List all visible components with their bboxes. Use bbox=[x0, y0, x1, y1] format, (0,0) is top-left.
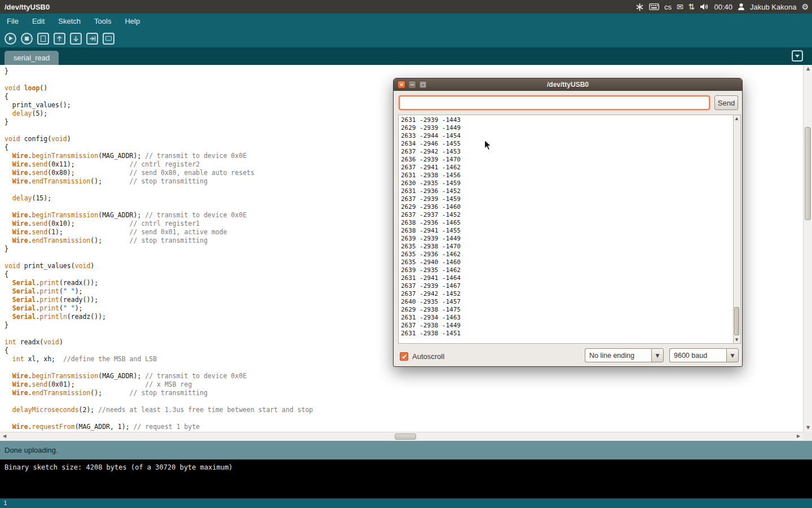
close-button[interactable]: × bbox=[398, 81, 405, 89]
serial-line: 2634 -2946 -1455 bbox=[401, 140, 731, 148]
upload-button[interactable] bbox=[86, 33, 98, 45]
arrow-up-icon bbox=[56, 36, 63, 42]
serial-line: 2638 -2936 -1465 bbox=[401, 219, 731, 227]
tab-serial-read[interactable]: serial_read bbox=[5, 51, 59, 65]
volume-icon[interactable] bbox=[700, 0, 709, 14]
scroll-up-icon[interactable]: ▲ bbox=[734, 115, 740, 122]
new-sketch-button[interactable] bbox=[37, 33, 49, 45]
autoscroll-checkbox[interactable] bbox=[400, 352, 408, 361]
chevron-down-icon[interactable]: ▼ bbox=[651, 348, 664, 362]
indicator-sparkle-icon[interactable] bbox=[636, 0, 644, 14]
serial-line: 2630 -2935 -1459 bbox=[401, 179, 731, 187]
serial-line: 2631 -2938 -1456 bbox=[401, 172, 731, 179]
serial-line: 2629 -2939 -1449 bbox=[401, 124, 731, 132]
serial-line: 2629 -2938 -1475 bbox=[401, 306, 731, 314]
panel-window-title: /dev/ttyUSB0 bbox=[5, 3, 50, 11]
scroll-up-icon[interactable]: ▲ bbox=[804, 65, 812, 73]
code-area: } void loop(){ print_values(); delay(5);… bbox=[5, 67, 313, 431]
toolbar bbox=[0, 29, 812, 47]
gear-icon[interactable]: ⚙ bbox=[801, 0, 809, 14]
scroll-down-icon[interactable]: ▼ bbox=[804, 424, 812, 432]
new-file-icon bbox=[41, 36, 46, 42]
baud-rate-value: 9600 baud bbox=[669, 348, 726, 362]
clock[interactable]: 00:40 bbox=[714, 3, 732, 11]
mail-icon[interactable]: ✉ bbox=[677, 0, 683, 14]
scroll-right-icon[interactable]: ▶ bbox=[794, 432, 803, 440]
autoscroll-label: Autoscroll bbox=[412, 352, 444, 361]
open-button[interactable] bbox=[54, 33, 65, 45]
chevron-down-icon[interactable]: ▼ bbox=[726, 348, 739, 362]
editor-horizontal-scrollbar[interactable]: ◀ ▶ bbox=[0, 432, 803, 441]
keyboard-layout-label[interactable]: cs bbox=[664, 3, 672, 11]
serial-output[interactable]: 2631 -2939 -14432629 -2939 -14492633 -29… bbox=[398, 115, 734, 344]
line-ending-select[interactable]: No line ending ▼ bbox=[585, 348, 664, 362]
console-output: Binary sketch size: 4208 bytes (of a 307… bbox=[0, 459, 812, 498]
serial-line: 2637 -2942 -1452 bbox=[401, 290, 731, 298]
serial-line: 2639 -2939 -1449 bbox=[401, 235, 731, 243]
vertical-scroll-thumb[interactable] bbox=[805, 127, 811, 220]
line-number-strip: 1 bbox=[0, 498, 812, 508]
top-panel: /dev/ttyUSB0 cs ✉ ⇅ 00:40 Jakub Kakona ⚙ bbox=[0, 0, 812, 14]
user-icon bbox=[738, 0, 745, 14]
system-tray: cs ✉ ⇅ 00:40 Jakub Kakona ⚙ bbox=[636, 0, 809, 14]
serial-line: 2637 -2942 -1453 bbox=[401, 148, 731, 156]
horizontal-scroll-thumb[interactable] bbox=[395, 433, 416, 440]
menu-tools[interactable]: Tools bbox=[87, 14, 118, 29]
line-number: 1 bbox=[3, 500, 7, 507]
menu-edit[interactable]: Edit bbox=[25, 14, 51, 29]
status-message: Done uploading. bbox=[5, 446, 58, 454]
serial-line: 2636 -2939 -1470 bbox=[401, 156, 731, 164]
stop-icon bbox=[25, 37, 29, 41]
window-controls: × − □ bbox=[398, 81, 427, 89]
serial-line: 2637 -2941 -1462 bbox=[401, 164, 731, 172]
serial-input[interactable] bbox=[399, 95, 710, 110]
serial-line: 2637 -2938 -1449 bbox=[401, 322, 731, 330]
status-bar: Done uploading. bbox=[0, 441, 812, 459]
baud-rate-select[interactable]: 9600 baud ▼ bbox=[669, 348, 739, 362]
menubar: File Edit Sketch Tools Help bbox=[0, 14, 812, 29]
keyboard-icon[interactable] bbox=[649, 0, 659, 14]
serial-line: 2635 -2936 -1462 bbox=[401, 251, 731, 259]
tab-label: serial_read bbox=[14, 54, 50, 62]
serial-line: 2635 -2938 -1470 bbox=[401, 243, 731, 251]
serial-line: 2631 -2936 -1452 bbox=[401, 187, 731, 195]
editor-vertical-scrollbar[interactable]: ▲ ▼ bbox=[803, 65, 812, 432]
tab-menu-button[interactable] bbox=[792, 50, 803, 62]
monitor-icon bbox=[105, 36, 112, 41]
serial-line: 2640 -2935 -1457 bbox=[401, 298, 731, 306]
serial-scrollbar[interactable]: ▲ ▼ bbox=[734, 115, 741, 344]
save-button[interactable] bbox=[70, 33, 82, 45]
serial-monitor-title: /dev/ttyUSB0 bbox=[547, 81, 589, 89]
serial-line: 2633 -2944 -1454 bbox=[401, 132, 731, 140]
serial-scroll-thumb[interactable] bbox=[734, 307, 739, 335]
menu-file[interactable]: File bbox=[0, 14, 25, 29]
scrollbar-corner bbox=[803, 432, 812, 441]
maximize-button[interactable]: □ bbox=[419, 81, 427, 89]
line-ending-value: No line ending bbox=[585, 348, 651, 362]
serial-line: 2639 -2935 -1462 bbox=[401, 266, 731, 274]
username-label[interactable]: Jakub Kakona bbox=[750, 3, 796, 11]
serial-line: 2637 -2937 -1452 bbox=[401, 211, 731, 219]
arrow-right-icon bbox=[89, 36, 96, 42]
menu-sketch[interactable]: Sketch bbox=[51, 14, 87, 29]
menu-help[interactable]: Help bbox=[118, 14, 147, 29]
serial-line: 2635 -2940 -1460 bbox=[401, 259, 731, 266]
tabbar: serial_read bbox=[0, 47, 812, 65]
check-icon bbox=[401, 353, 406, 358]
send-button[interactable]: Send bbox=[714, 95, 738, 110]
stop-button[interactable] bbox=[21, 33, 33, 45]
console-message: Binary sketch size: 4208 bytes (of a 307… bbox=[5, 463, 233, 471]
serial-monitor-button[interactable] bbox=[103, 33, 114, 45]
scroll-left-icon[interactable]: ◀ bbox=[0, 432, 9, 440]
scroll-down-icon[interactable]: ▼ bbox=[734, 336, 740, 343]
minimize-button[interactable]: − bbox=[408, 81, 416, 89]
arrow-down-icon bbox=[73, 36, 79, 42]
serial-line: 2631 -2938 -1451 bbox=[401, 330, 731, 338]
serial-line: 2631 -2939 -1443 bbox=[401, 116, 731, 124]
network-arrows-icon[interactable]: ⇅ bbox=[689, 0, 695, 14]
serial-monitor-titlebar[interactable]: × − □ /dev/ttyUSB0 bbox=[394, 78, 742, 91]
serial-monitor-window: × − □ /dev/ttyUSB0 Send 2631 -2939 -1443… bbox=[393, 78, 743, 367]
verify-button[interactable] bbox=[5, 33, 16, 45]
serial-line: 2631 -2941 -1464 bbox=[401, 274, 731, 282]
chevron-down-icon bbox=[795, 55, 800, 58]
